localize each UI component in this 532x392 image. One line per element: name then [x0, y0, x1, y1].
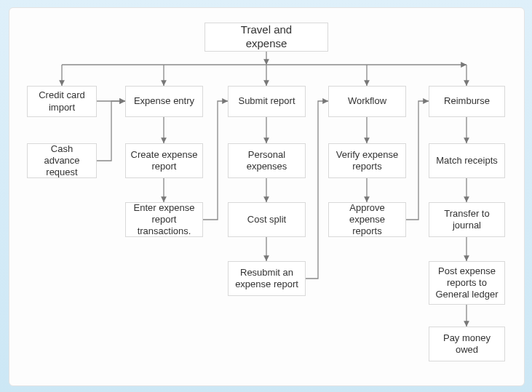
node-create-expense-report: Create expense report [125, 143, 203, 178]
node-enter-expense-transactions: Enter expense report transactions. [125, 202, 203, 237]
node-cash-advance-request: Cash advance request [27, 143, 97, 178]
node-cost-split: Cost split [228, 202, 306, 237]
node-match-receipts: Match receipts [429, 143, 505, 178]
node-travel-and-expense: Travel and expense [205, 23, 328, 52]
node-post-to-general-ledger: Post expense reports to General ledger [429, 261, 505, 305]
node-personal-expenses: Personal expenses [228, 143, 306, 178]
node-transfer-to-journal: Transfer to journal [429, 202, 505, 237]
node-approve-expense-reports: Approve expense reports [328, 202, 406, 237]
node-verify-expense-reports: Verify expense reports [328, 143, 406, 178]
node-workflow: Workflow [328, 86, 406, 117]
node-expense-entry: Expense entry [125, 86, 203, 117]
diagram-panel: Travel and expense Credit card import Ex… [9, 7, 525, 386]
node-resubmit-expense-report: Resubmit an expense report [228, 261, 306, 296]
node-submit-report: Submit report [228, 86, 306, 117]
node-credit-card-import: Credit card import [27, 86, 97, 117]
node-pay-money-owed: Pay money owed [429, 327, 505, 361]
node-reimburse: Reimburse [429, 86, 505, 117]
